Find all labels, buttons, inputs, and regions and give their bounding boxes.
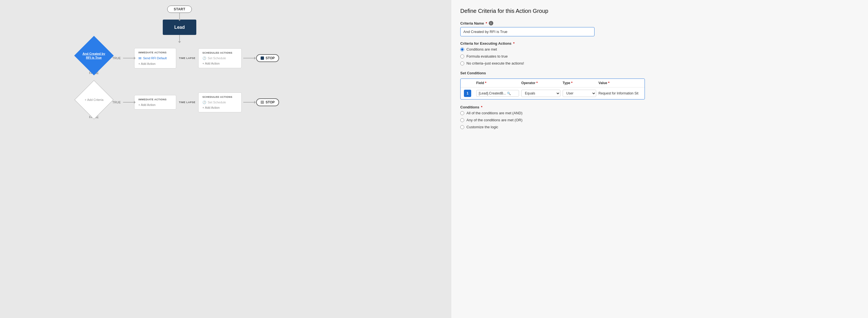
flow-container: START Lead And Created by RFI is True FA… xyxy=(3,6,448,127)
criteria2-label: + Add Criteria xyxy=(85,98,103,101)
immediate-actions-title-1: IMMEDIATE ACTIONS xyxy=(138,51,172,54)
radio-formula-eval[interactable]: Formula evaluates to true xyxy=(460,54,859,58)
col-field-header: Field * xyxy=(476,81,519,85)
required-star-2: * xyxy=(513,41,515,45)
field-value-1: [Lead].CreatedB... xyxy=(479,91,506,95)
immediate-actions-title-2: IMMEDIATE ACTIONS xyxy=(138,98,172,101)
set-schedule-1[interactable]: 🕐 Set Schedule xyxy=(203,57,238,60)
col-value-header: Value * xyxy=(598,81,641,85)
stop-node-1: STOP xyxy=(256,54,279,62)
radio-no-criteria-input[interactable] xyxy=(460,61,464,65)
criteria1-true-label: TRUE xyxy=(113,57,121,60)
add-action-scheduled-btn-1[interactable]: + Add Action xyxy=(203,62,238,65)
radio-customize[interactable]: Customize the logic xyxy=(460,125,859,129)
criteria1-diamond[interactable]: And Created by RFI is True xyxy=(74,36,114,75)
info-icon[interactable]: i xyxy=(489,21,493,25)
conditions-radio-group: All of the conditions are met (AND) Any … xyxy=(460,111,859,129)
criteria2-row: + Add Criteria FALSE TRUE IMMEDIATE ACTI… xyxy=(80,86,279,119)
stop-node-2: STOP xyxy=(256,98,279,106)
action-send-rfi[interactable]: ✉ Send RFI Default xyxy=(138,56,172,60)
arrow-to-stop-1 xyxy=(243,58,254,58)
radio-conditions-met-label: Conditions are met xyxy=(466,47,497,52)
stop-square-1 xyxy=(260,57,264,60)
radio-formula-eval-input[interactable] xyxy=(460,55,464,58)
conditions-section: Conditions * All of the conditions are m… xyxy=(460,105,859,129)
radio-no-criteria[interactable]: No criteria–just execute the actions! xyxy=(460,61,859,65)
arrow-criteria2-to-immediate xyxy=(123,102,134,102)
scheduled-actions-title-1: SCHEDULED ACTIONS xyxy=(203,52,238,54)
stop-label-1: STOP xyxy=(266,56,275,60)
criteria-name-label: Criteria Name * i xyxy=(460,21,859,25)
set-conditions-label: Set Conditions xyxy=(460,71,859,75)
arrow-criteria1-to-immediate xyxy=(123,58,134,58)
scheduled-actions-title-2: SCHEDULED ACTIONS xyxy=(203,96,238,98)
criteria-executing-section: Criteria for Executing Actions * Conditi… xyxy=(460,41,859,65)
add-action-btn-2[interactable]: + Add Action xyxy=(138,103,172,106)
criteria1-row: And Created by RFI is True FALSE TRUE IM… xyxy=(80,42,279,74)
criteria-executing-radio-group: Conditions are met Formula evaluates to … xyxy=(460,47,859,65)
time-lapse-label-2: TIME LAPSE xyxy=(179,101,195,104)
add-action-btn-1[interactable]: + Add Action xyxy=(138,62,172,65)
envelope-icon: ✉ xyxy=(138,56,142,60)
right-panel: Define Criteria for this Action Group Cr… xyxy=(451,0,868,318)
row-number-1: 1 xyxy=(464,90,471,97)
search-icon-field: 🔍 xyxy=(507,92,511,95)
clock-icon-1: 🕐 xyxy=(203,57,206,60)
value-cell-1: Request for Information Sit xyxy=(598,91,641,95)
time-lapse-1: TIME LAPSE xyxy=(177,55,197,61)
arrow-start-to-lead xyxy=(179,13,180,20)
conditions-row-1: 1 [Lead].CreatedB... 🔍 Equals User Reque… xyxy=(461,87,645,99)
criteria-name-input[interactable] xyxy=(460,27,594,36)
radio-any-or[interactable]: Any of the conditions are met (OR) xyxy=(460,118,859,122)
conditions-header-row: Field * Operator * Type * Value * xyxy=(461,79,645,87)
flow-panel: START Lead And Created by RFI is True FA… xyxy=(0,0,451,318)
field-input-1[interactable]: [Lead].CreatedB... 🔍 xyxy=(476,90,519,97)
start-node: START xyxy=(167,6,192,13)
required-star-1: * xyxy=(486,21,487,25)
time-lapse-label-1: TIME LAPSE xyxy=(179,57,195,60)
radio-conditions-met-input[interactable] xyxy=(460,47,464,52)
criteria1-wrapper: And Created by RFI is True FALSE xyxy=(80,42,108,74)
criteria2-diamond[interactable]: + Add Criteria xyxy=(74,80,114,119)
clock-icon-2: 🕐 xyxy=(203,101,206,104)
radio-customize-label: Customize the logic xyxy=(466,125,498,129)
col-operator-header: Operator * xyxy=(521,81,560,85)
stop-label-2: STOP xyxy=(266,100,275,104)
type-select-1[interactable]: User xyxy=(563,90,596,97)
stop-square-2 xyxy=(260,101,264,104)
lead-node[interactable]: Lead xyxy=(163,20,196,35)
radio-formula-eval-label: Formula evaluates to true xyxy=(466,54,507,58)
radio-all-and-label: All of the conditions are met (AND) xyxy=(466,111,522,115)
required-star-3: * xyxy=(481,105,483,109)
col-type-header: Type * xyxy=(563,81,596,85)
radio-all-and-input[interactable] xyxy=(460,111,464,115)
radio-no-criteria-label: No criteria–just execute the actions! xyxy=(466,61,524,65)
criteria-executing-label: Criteria for Executing Actions * xyxy=(460,41,859,45)
radio-any-or-input[interactable] xyxy=(460,118,464,122)
radio-any-or-label: Any of the conditions are met (OR) xyxy=(466,118,522,122)
operator-select-1[interactable]: Equals xyxy=(521,90,560,97)
time-lapse-2: TIME LAPSE xyxy=(177,99,197,105)
criteria2-true-label: TRUE xyxy=(113,101,121,104)
add-action-scheduled-btn-2[interactable]: + Add Action xyxy=(203,106,238,109)
set-schedule-2[interactable]: 🕐 Set Schedule xyxy=(203,101,238,104)
arrow-lead-to-criteria1 xyxy=(179,35,180,42)
arrow-to-stop-2 xyxy=(243,102,254,102)
immediate-actions-box-2: IMMEDIATE ACTIONS + Add Action xyxy=(134,95,176,109)
radio-conditions-met[interactable]: Conditions are met xyxy=(460,47,859,52)
panel-title: Define Criteria for this Action Group xyxy=(460,8,859,14)
conditions-table: Field * Operator * Type * Value * 1 [Lea… xyxy=(460,78,645,99)
criteria2-wrapper: + Add Criteria FALSE xyxy=(80,86,108,119)
radio-all-and[interactable]: All of the conditions are met (AND) xyxy=(460,111,859,115)
criteria-name-section: Criteria Name * i xyxy=(460,21,859,36)
scheduled-actions-box-1: SCHEDULED ACTIONS 🕐 Set Schedule + Add A… xyxy=(198,49,242,68)
immediate-actions-box-1: IMMEDIATE ACTIONS ✉ Send RFI Default + A… xyxy=(134,48,176,68)
radio-customize-input[interactable] xyxy=(460,125,464,129)
criteria1-label: And Created by RFI is True xyxy=(81,50,106,61)
conditions-label: Conditions * xyxy=(460,105,859,109)
scheduled-actions-box-2: SCHEDULED ACTIONS 🕐 Set Schedule + Add A… xyxy=(198,93,242,112)
col-num-header xyxy=(464,81,474,85)
